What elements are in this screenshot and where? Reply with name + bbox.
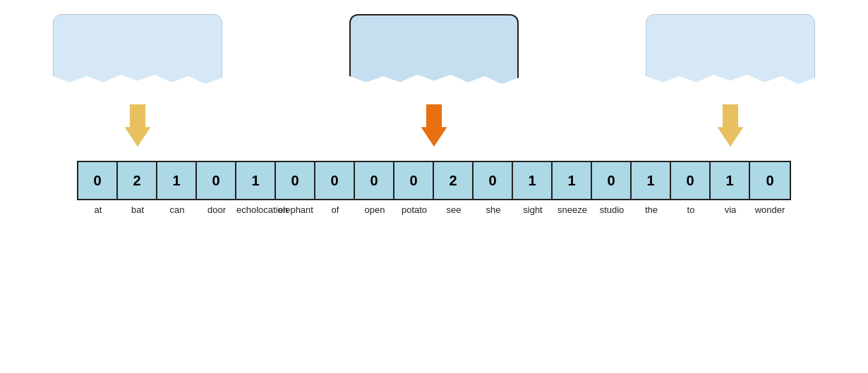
left-arrow-icon xyxy=(123,104,152,147)
bar-cell-potato: 0 xyxy=(394,162,434,199)
right-arrow-wrapper xyxy=(716,104,745,149)
bar-cell-see: 2 xyxy=(434,162,474,199)
bar-label-door: door xyxy=(197,204,236,215)
bar-cell-via: 1 xyxy=(711,162,750,199)
svg-marker-2 xyxy=(718,104,744,147)
bar-label-to: to xyxy=(671,204,711,215)
center-arrow-icon xyxy=(420,104,448,147)
bar-label-via: via xyxy=(711,204,750,215)
word-frequency-bar: 021010000201101010 xyxy=(77,161,791,200)
bar-cell-wonder: 0 xyxy=(750,162,790,199)
right-column xyxy=(639,14,822,155)
bar-cell-open: 0 xyxy=(355,162,394,199)
bar-label-can: can xyxy=(157,204,197,215)
main-container: 021010000201101010 atbatcandoorecholocat… xyxy=(0,0,868,373)
top-section xyxy=(46,14,822,155)
bar-cell-the: 1 xyxy=(632,162,671,199)
right-bubble-wrapper xyxy=(639,14,822,92)
bar-cell-to: 0 xyxy=(671,162,711,199)
bar-label-bat: bat xyxy=(118,204,157,215)
bar-section: 021010000201101010 atbatcandoorecholocat… xyxy=(46,161,822,215)
bar-label-see: see xyxy=(434,204,474,215)
bar-label-studio: studio xyxy=(592,204,632,215)
bar-cell-of: 0 xyxy=(315,162,355,199)
bar-label-elephant: elephant xyxy=(276,204,315,215)
bar-label-potato: potato xyxy=(394,204,434,215)
bar-cell-can: 1 xyxy=(157,162,197,199)
bar-cell-bat: 2 xyxy=(118,162,157,199)
bar-cell-she: 0 xyxy=(474,162,513,199)
bar-label-sight: sight xyxy=(513,204,553,215)
bar-cell-door: 0 xyxy=(197,162,236,199)
bar-label-sneeze: sneeze xyxy=(553,204,592,215)
bar-label-wonder: wonder xyxy=(750,204,790,215)
bar-label-at: at xyxy=(78,204,118,215)
bar-label-the: the xyxy=(632,204,671,215)
right-bubble xyxy=(646,14,815,92)
center-column xyxy=(342,14,526,155)
bar-cell-sight: 1 xyxy=(513,162,553,199)
bar-cell-echolocation: 1 xyxy=(236,162,276,199)
center-bubble-wrapper xyxy=(342,14,526,92)
bar-label-she: she xyxy=(474,204,513,215)
left-column xyxy=(46,14,229,155)
left-bubble-wrapper xyxy=(46,14,229,92)
bar-label-open: open xyxy=(355,204,394,215)
center-bubble xyxy=(349,14,519,92)
bar-cell-elephant: 0 xyxy=(276,162,315,199)
bar-cell-studio: 0 xyxy=(592,162,632,199)
bar-label-echolocation: echolocation xyxy=(236,204,276,215)
bar-cell-at: 0 xyxy=(78,162,118,199)
right-arrow-icon xyxy=(716,104,745,147)
left-bubble xyxy=(53,14,222,92)
bar-label-of: of xyxy=(315,204,355,215)
left-arrow-wrapper xyxy=(123,104,152,149)
center-arrow-wrapper xyxy=(420,104,448,149)
bar-labels: atbatcandoorecholocationelephantofopenpo… xyxy=(78,204,790,215)
svg-marker-0 xyxy=(125,104,151,147)
svg-marker-1 xyxy=(421,104,447,147)
bar-cell-sneeze: 1 xyxy=(553,162,592,199)
